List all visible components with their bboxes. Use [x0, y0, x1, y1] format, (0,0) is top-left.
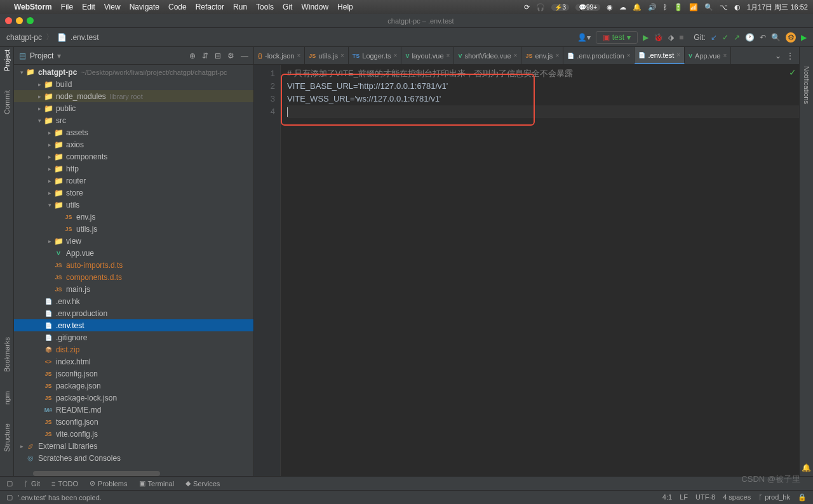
- editor-tab-app-vue[interactable]: VApp.vue×: [685, 47, 731, 64]
- tree-item-readme-md[interactable]: M#README.md: [14, 404, 253, 416]
- menu-edit[interactable]: Edit: [82, 3, 95, 11]
- tree-item-axios[interactable]: ▸📁axios: [14, 138, 253, 150]
- search-everywhere-icon[interactable]: 🔍: [771, 33, 781, 42]
- tree-item-vite-config-js[interactable]: JSvite.config.js: [14, 428, 253, 440]
- close-tab-icon[interactable]: ×: [447, 52, 450, 59]
- menu-tools[interactable]: Tools: [256, 3, 274, 11]
- tree-item-router[interactable]: ▸📁router: [14, 175, 253, 187]
- tree-item-store[interactable]: ▸📁store: [14, 187, 253, 199]
- control-center-icon[interactable]: ⌥: [720, 3, 728, 11]
- tree-item-components-d-ts[interactable]: JScomponents.d.ts: [14, 271, 253, 283]
- tree-item-view[interactable]: ▸📁view: [14, 235, 253, 247]
- tree-item-http[interactable]: ▸📁http: [14, 162, 253, 175]
- tree-item--env-hk[interactable]: 📄.env.hk: [14, 295, 253, 307]
- horizontal-scrollbar[interactable]: [33, 471, 160, 476]
- tree-item--env-test[interactable]: 📄.env.test: [14, 319, 253, 331]
- coverage-button[interactable]: ⬗: [668, 33, 674, 42]
- menu-window[interactable]: Window: [301, 3, 328, 11]
- tree-item-dist-zip[interactable]: 📦dist.zip: [14, 343, 253, 355]
- tree-item-utils-js[interactable]: JSutils.js: [14, 223, 253, 235]
- avatar-icon[interactable]: ▶: [801, 33, 807, 42]
- status-box-icon[interactable]: ▢: [6, 493, 13, 501]
- tree-item-public[interactable]: ▸📁public: [14, 102, 253, 114]
- close-tab-icon[interactable]: ×: [394, 52, 398, 59]
- stop-button[interactable]: ■: [679, 33, 683, 42]
- close-tab-icon[interactable]: ×: [297, 52, 300, 59]
- git-history-icon[interactable]: 🕐: [745, 33, 755, 42]
- close-tab-icon[interactable]: ×: [340, 52, 344, 59]
- close-window-icon[interactable]: [5, 17, 12, 24]
- npm-tool-tab[interactable]: npm: [3, 391, 11, 404]
- search-icon[interactable]: 🔍: [704, 3, 713, 11]
- git-update-icon[interactable]: ↙: [711, 33, 717, 42]
- menu-refactor[interactable]: Refactor: [196, 3, 224, 11]
- editor-tab--lock-json[interactable]: {}-lock.json×: [254, 47, 305, 64]
- close-tab-icon[interactable]: ×: [723, 52, 727, 59]
- select-file-icon[interactable]: ⊕: [189, 51, 196, 60]
- menu-git[interactable]: Git: [283, 3, 292, 11]
- breadcrumb-root[interactable]: chatgpt-pc: [6, 33, 42, 42]
- editor-tab-logger-ts[interactable]: TSLogger.ts×: [349, 47, 402, 64]
- tree-item-node-modules[interactable]: ▸📁node_moduleslibrary root: [14, 90, 253, 102]
- tree-item-package-json[interactable]: JSpackage.json: [14, 380, 253, 392]
- tree-item-main-js[interactable]: JSmain.js: [14, 283, 253, 295]
- collapse-all-icon[interactable]: ⊟: [215, 51, 221, 60]
- user-icon[interactable]: 👤▾: [577, 33, 591, 42]
- chevron-down-icon[interactable]: ▾: [57, 51, 61, 60]
- terminal-tool[interactable]: ▣Terminal: [139, 479, 175, 487]
- run-button[interactable]: ▶: [643, 33, 648, 42]
- tree-item-components[interactable]: ▸📁components: [14, 150, 253, 162]
- services-tool[interactable]: ◆Services: [185, 479, 220, 487]
- editor-tab-shortvideo-vue[interactable]: VshortVideo.vue×: [454, 47, 521, 64]
- settings-icon[interactable]: ⚙: [786, 32, 796, 43]
- menu-view[interactable]: View: [104, 3, 121, 11]
- breadcrumb-file[interactable]: .env.test: [71, 33, 98, 42]
- tree-item-utils[interactable]: ▾📁utils: [14, 199, 253, 211]
- tree-item-jsconfig-json[interactable]: JSjsconfig.json: [14, 368, 253, 380]
- close-tab-icon[interactable]: ×: [514, 52, 518, 59]
- tree-item-package-lock-json[interactable]: JSpackage-lock.json: [14, 392, 253, 404]
- editor-tab--env-test[interactable]: 📄.env.test×: [635, 47, 685, 64]
- expand-all-icon[interactable]: ⇵: [202, 51, 208, 60]
- menu-file[interactable]: File: [61, 3, 73, 11]
- tree-item-index-html[interactable]: <>index.html: [14, 355, 253, 368]
- tree-item--gitignore[interactable]: 📄.gitignore: [14, 331, 253, 343]
- panel-settings-icon[interactable]: ⚙: [227, 51, 234, 60]
- close-tab-icon[interactable]: ×: [555, 52, 559, 59]
- editor-tab-env-js[interactable]: JSenv.js×: [521, 47, 563, 64]
- indent-setting[interactable]: 4 spaces: [723, 493, 751, 501]
- tree-item-build[interactable]: ▸📁build: [14, 78, 253, 90]
- run-config-selector[interactable]: ▣ test ▾: [596, 31, 638, 44]
- menu-help[interactable]: Help: [337, 3, 353, 11]
- tool-window-icon[interactable]: ▢: [6, 479, 13, 487]
- tabs-dropdown-icon[interactable]: ⌄: [775, 51, 781, 60]
- tree-item--env-production[interactable]: 📄.env.production: [14, 307, 253, 319]
- project-tree[interactable]: ▾📁 chatgpt-pc ~/Desktop/work/liwai/proje…: [14, 65, 253, 470]
- file-encoding[interactable]: UTF-8: [695, 493, 715, 501]
- tree-item-auto-imports-d-ts[interactable]: JSauto-imports.d.ts: [14, 259, 253, 271]
- zoom-window-icon[interactable]: [27, 17, 34, 24]
- app-name[interactable]: WebStorm: [14, 3, 52, 11]
- git-branch[interactable]: ᚴ prod_hk: [758, 493, 790, 501]
- structure-tool-tab[interactable]: Structure: [3, 423, 11, 452]
- notifications-tool-tab[interactable]: Notifications: [803, 66, 810, 104]
- line-separator[interactable]: LF: [680, 493, 688, 501]
- editor-tab-utils-js[interactable]: JSutils.js×: [305, 47, 348, 64]
- todo-tool[interactable]: ≡TODO: [51, 480, 78, 487]
- editor-tab-layout-vue[interactable]: Vlayout.vue×: [401, 47, 454, 64]
- external-libraries[interactable]: ▸⫻ External Libraries: [14, 440, 253, 452]
- bookmarks-tool-tab[interactable]: Bookmarks: [3, 337, 11, 372]
- git-rollback-icon[interactable]: ↶: [760, 33, 766, 42]
- siri-icon[interactable]: ◐: [734, 3, 741, 11]
- commit-tool-tab[interactable]: Commit: [3, 90, 11, 114]
- tree-item-tsconfig-json[interactable]: JStsconfig.json: [14, 416, 253, 428]
- tabs-more-icon[interactable]: ⋮: [786, 51, 794, 60]
- inspection-ok-icon[interactable]: ✓: [789, 67, 796, 77]
- editor-tab--env-production[interactable]: 📄.env.production×: [563, 47, 635, 64]
- scratches-consoles[interactable]: ◎ Scratches and Consoles: [14, 452, 253, 464]
- code-content[interactable]: # 只有添加了VITE_前缀的才能在控制台打印出来，否则为了信息安全不会暴露VI…: [281, 65, 799, 476]
- tree-item-src[interactable]: ▾📁src: [14, 114, 253, 126]
- project-panel-title[interactable]: Project: [30, 51, 53, 60]
- project-tool-tab[interactable]: Project: [3, 50, 11, 71]
- clock[interactable]: 1月17日 周三 16:52: [747, 3, 808, 12]
